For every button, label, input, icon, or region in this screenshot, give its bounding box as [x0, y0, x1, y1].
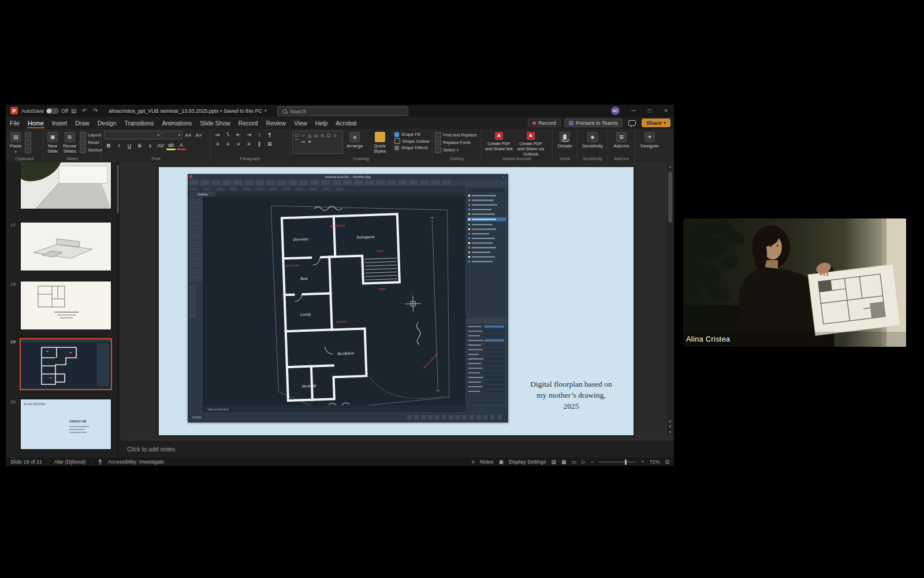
shape-icon[interactable]: ⬠	[326, 132, 331, 138]
restore-button[interactable]: □	[642, 105, 658, 117]
zoom-slider[interactable]	[599, 462, 636, 462]
next-slide-icon[interactable]: ▼	[669, 424, 672, 429]
character-spacing-icon[interactable]: AV	[156, 142, 165, 150]
addins-button[interactable]: ⊞ Add-ins	[612, 131, 631, 150]
increase-indent-icon[interactable]: ⇥	[244, 131, 254, 138]
slide-sorter-view-icon[interactable]: ▦	[561, 459, 567, 465]
paste-button[interactable]: ▤ Paste ▾	[8, 131, 23, 155]
smartart-icon[interactable]: ⊞	[265, 140, 274, 147]
shape-icon[interactable]: ◇	[319, 132, 325, 138]
shape-icon[interactable]: △	[307, 132, 312, 138]
scroll-down-icon[interactable]: ▼	[669, 429, 672, 435]
grow-font-icon[interactable]: A˄	[184, 131, 193, 139]
replace-fonts-button[interactable]: Replace Fonts	[435, 139, 477, 146]
copy-icon[interactable]	[25, 139, 31, 146]
shape-icon[interactable]: ✕	[307, 139, 312, 144]
shape-effects-button[interactable]: Shape Effects	[394, 145, 430, 150]
dictate-button[interactable]: Dictate	[556, 131, 574, 150]
notes-toggle-button[interactable]: Notes	[480, 459, 494, 465]
tab-transitions[interactable]: Transitions	[120, 117, 158, 129]
sensitivity-button[interactable]: ◈ Sensitivity	[580, 131, 605, 150]
tab-insert[interactable]: Insert	[48, 117, 71, 129]
slideshow-view-icon[interactable]: ▷	[582, 459, 586, 465]
font-size-select[interactable]: ▾	[163, 131, 182, 139]
slide-thumbnail-17[interactable]	[21, 223, 111, 271]
previous-slide-icon[interactable]: ▲	[669, 418, 672, 424]
share-button[interactable]: Share ▾	[642, 118, 670, 127]
save-icon[interactable]: ▤	[68, 108, 79, 114]
shape-icon[interactable]: ○	[300, 132, 306, 138]
normal-view-icon[interactable]: ▤	[551, 459, 556, 465]
designer-button[interactable]: ✦ Designer	[639, 131, 661, 150]
display-settings-button[interactable]: Display Settings	[509, 459, 546, 465]
create-pdf-outlook-button[interactable]: A Create PDF and Share via Outlook	[516, 131, 546, 157]
shape-icon[interactable]: ☆	[332, 132, 338, 138]
tab-view[interactable]: View	[290, 117, 311, 129]
shape-icon[interactable]: ⌒	[294, 139, 300, 144]
slide-thumbnail-20[interactable]: ALINA CRISTEA CONTACT ME	[21, 399, 111, 449]
notes-placeholder[interactable]: Click to add notes	[127, 446, 175, 453]
quick-styles-button[interactable]: Quick Styles	[367, 131, 393, 155]
search-input[interactable]: Search	[277, 106, 408, 116]
tab-record[interactable]: Record	[234, 117, 262, 129]
zoom-slider-handle[interactable]	[625, 460, 627, 465]
italic-icon[interactable]: I	[114, 142, 124, 150]
autosave-toggle[interactable]	[46, 108, 59, 114]
slide-thumbnail-16[interactable]	[21, 162, 111, 209]
tab-file[interactable]: File	[6, 117, 24, 129]
align-right-icon[interactable]: ≡	[234, 140, 243, 147]
arrange-button[interactable]: ⧈ Arrange	[345, 131, 364, 150]
zoom-level[interactable]: 71%	[649, 459, 660, 465]
create-pdf-share-button[interactable]: A Create PDF and Share link	[484, 131, 514, 151]
scrollbar-thumb[interactable]	[668, 172, 672, 223]
shape-outline-button[interactable]: Shape Outline	[394, 138, 430, 144]
justify-icon[interactable]: ≡	[244, 140, 254, 147]
record-button[interactable]: Record	[528, 118, 561, 127]
bullets-icon[interactable]: ≔	[213, 131, 222, 138]
shrink-font-icon[interactable]: A˅	[194, 131, 203, 139]
tab-acrobat[interactable]: Acrobat	[331, 117, 360, 129]
decrease-indent-icon[interactable]: ⇤	[234, 131, 243, 138]
account-avatar[interactable]: AC	[611, 106, 620, 115]
fit-slide-icon[interactable]: ⊡	[665, 459, 669, 465]
thumbnail-scrollbar-thumb[interactable]	[117, 165, 119, 213]
zoom-out-icon[interactable]: −	[591, 459, 594, 465]
reading-view-icon[interactable]: ▭	[571, 459, 576, 465]
language-button[interactable]: Afar (Djibouti)	[54, 459, 85, 465]
bold-icon[interactable]: B	[104, 142, 113, 150]
strikethrough-icon[interactable]: S	[135, 142, 144, 150]
layout-button[interactable]: Layout	[80, 132, 102, 138]
slide-caption-textbox[interactable]: Digital floorplan based on my mother’s d…	[521, 379, 621, 412]
font-name-select[interactable]: ▾	[104, 131, 162, 139]
underline-icon[interactable]: U	[125, 142, 134, 150]
line-spacing-icon[interactable]: ↕	[255, 131, 264, 138]
slide-scrollbar[interactable]: ▲ ▲ ▼ ▼	[667, 164, 673, 435]
shape-icon[interactable]: ⇨	[300, 139, 306, 144]
columns-icon[interactable]: ∥	[255, 140, 264, 147]
highlight-color-icon[interactable]: ab	[166, 141, 176, 150]
tab-design[interactable]: Design	[94, 117, 121, 129]
new-slide-button[interactable]: ▣ New Slide	[46, 131, 59, 155]
cad-file-tab[interactable]: Drawing	[198, 193, 208, 196]
reset-button[interactable]: Reset	[80, 139, 102, 146]
minimize-button[interactable]: ─	[625, 105, 642, 117]
reuse-slides-button[interactable]: ⧉ Reuse Slides	[61, 131, 78, 155]
tab-slide-show[interactable]: Slide Show	[196, 117, 234, 129]
zoom-in-icon[interactable]: +	[641, 459, 644, 465]
shape-icon[interactable]: □	[294, 132, 300, 138]
scroll-up-icon[interactable]: ▲	[669, 164, 672, 169]
tab-animations[interactable]: Animations	[158, 117, 196, 129]
format-painter-icon[interactable]	[25, 147, 31, 153]
find-replace-button[interactable]: Find and Replace	[435, 132, 477, 138]
slide-thumbnail-19-selected[interactable]	[21, 339, 111, 389]
numbering-icon[interactable]: ⒈	[223, 131, 233, 138]
font-color-icon[interactable]: A	[177, 141, 186, 150]
shape-icon[interactable]: ▭	[313, 132, 319, 138]
align-left-icon[interactable]: ≡	[213, 140, 222, 147]
shapes-gallery[interactable]: □ ○ △ ▭ ◇ ⬠ ☆ ⌒ ⇨ ✕	[292, 131, 343, 154]
document-title[interactable]: alinacristea_ppt_VUB seminar_13.03.2025.…	[109, 108, 262, 114]
select-button[interactable]: Select▾	[435, 147, 477, 153]
cut-icon[interactable]	[25, 132, 31, 138]
close-button[interactable]: ×	[658, 105, 674, 117]
tab-review[interactable]: Review	[262, 117, 290, 129]
